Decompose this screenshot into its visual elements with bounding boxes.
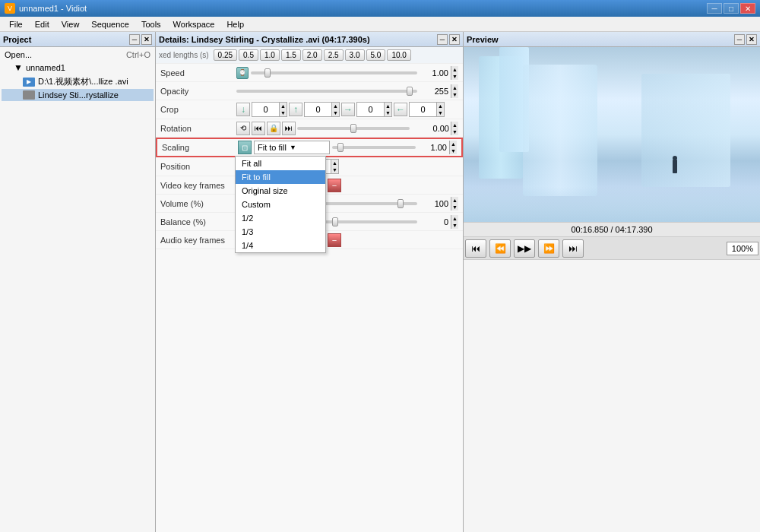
zoom-level: 100% (727, 242, 758, 255)
crop-left-spin[interactable]: ▲▼ (409, 102, 445, 117)
speed-btn-10[interactable]: 1.0 (260, 49, 280, 61)
rotation-down[interactable]: ▼ (451, 128, 458, 135)
crop-down-icon[interactable]: ↓ (236, 103, 250, 116)
opacity-slider[interactable] (236, 90, 417, 93)
scaling-option-half[interactable]: 1/2 (236, 211, 325, 225)
rotation-start-btn[interactable]: ⏮ (252, 122, 265, 135)
preview-panel-minimize[interactable]: ─ (734, 34, 745, 45)
volume-down[interactable]: ▼ (451, 204, 458, 211)
menu-edit[interactable]: Edit (29, 18, 55, 30)
scaling-option-quarter[interactable]: 1/4 (236, 239, 325, 252)
vkf-del[interactable]: − (328, 179, 341, 192)
details-panel-header: Details: Lindsey Stirling - Crystallize … (156, 32, 463, 47)
project-unnamed1[interactable]: ▼ unnamed1 (2, 61, 154, 74)
pos-y-up[interactable]: ▲ (331, 160, 338, 166)
scaling-option-fittofill[interactable]: Fit to fill (236, 170, 325, 184)
speed-btn-50[interactable]: 5.0 (366, 49, 386, 61)
close-button[interactable]: ✕ (740, 3, 755, 14)
rotation-up[interactable]: ▲ (451, 122, 458, 128)
crop-top-spin[interactable]: ▲▼ (252, 102, 287, 117)
speed-btn-20[interactable]: 2.0 (302, 49, 322, 61)
menu-view[interactable]: View (55, 18, 86, 30)
akf-del[interactable]: − (328, 233, 341, 247)
details-panel-close[interactable]: ✕ (449, 34, 460, 45)
rotation-lock-btn[interactable]: 🔒 (267, 122, 280, 135)
crop-bottom-spin[interactable]: ▲▼ (304, 102, 340, 117)
rotation-end-btn[interactable]: ⏭ (282, 122, 296, 135)
crop-top-down[interactable]: ▼ (279, 109, 287, 116)
ctrl-next-frame[interactable]: ⏩ (538, 239, 559, 258)
project-panel-close[interactable]: ✕ (141, 34, 152, 45)
scaling-slider[interactable] (332, 146, 416, 149)
main-content: Project ─ ✕ Open... Ctrl+O ▼ unnamed1 ▶ … (0, 32, 760, 532)
preview-video-area (464, 47, 760, 222)
crop-bottom-input[interactable] (305, 104, 331, 115)
ctrl-go-end[interactable]: ⏭ (562, 239, 584, 258)
crop-top-up[interactable]: ▲ (279, 103, 287, 109)
opacity-up[interactable]: ▲ (451, 84, 458, 91)
crop-right-spin[interactable]: ▲▼ (356, 102, 392, 117)
timestamp-text: 00:16.850 / 04:17.390 (571, 225, 652, 234)
crop-left-icon[interactable]: ← (394, 103, 407, 116)
scaling-option-fitall[interactable]: Fit all (236, 157, 325, 170)
crop-right-input[interactable] (357, 104, 384, 115)
crop-up-icon[interactable]: ↑ (289, 103, 302, 116)
maximize-button[interactable]: □ (724, 3, 739, 14)
project-panel-minimize[interactable]: ─ (129, 34, 140, 45)
rotation-slider[interactable] (297, 127, 410, 130)
details-panel-minimize[interactable]: ─ (437, 34, 448, 45)
video-file-label: D:\1.视频素材\...llize .avi (38, 76, 128, 87)
ctrl-prev-frame[interactable]: ⏪ (489, 239, 511, 258)
scaling-icon[interactable]: ⊡ (238, 141, 252, 154)
scaling-option-originalsize[interactable]: Original size (236, 184, 325, 198)
speed-value: 1.00 (420, 68, 448, 78)
scaling-option-third[interactable]: 1/3 (236, 225, 325, 239)
opacity-down[interactable]: ▼ (451, 91, 458, 98)
crop-right-down[interactable]: ▼ (384, 109, 391, 116)
speed-label: Speed (160, 68, 236, 78)
speed-btn-100[interactable]: 10.0 (387, 49, 410, 61)
speed-btn-025[interactable]: 0.25 (214, 49, 237, 61)
speed-btn-15[interactable]: 1.5 (281, 49, 301, 61)
ctrl-play-pause[interactable]: ▶▶ (514, 239, 535, 258)
scaling-dropdown-trigger[interactable]: Fit to fill ▼ (254, 141, 330, 154)
speed-btn-25[interactable]: 2.5 (324, 49, 344, 61)
crop-left-up[interactable]: ▲ (436, 103, 444, 109)
minimize-button[interactable]: ─ (707, 3, 722, 14)
balance-up[interactable]: ▲ (451, 215, 458, 222)
crop-left-input[interactable] (410, 104, 436, 115)
speed-icon[interactable]: ⌚ (236, 67, 249, 79)
ctrl-go-start[interactable]: ⏮ (465, 239, 486, 258)
speed-down[interactable]: ▼ (451, 73, 458, 80)
opacity-value: 255 (420, 87, 448, 96)
volume-up[interactable]: ▲ (451, 197, 458, 204)
scaling-option-custom[interactable]: Custom (236, 198, 325, 211)
scaling-up[interactable]: ▲ (449, 141, 457, 147)
video-keyframes-label: Video key frames (160, 181, 236, 190)
menu-sequence[interactable]: Sequence (85, 18, 135, 30)
speed-up[interactable]: ▲ (451, 66, 458, 73)
crop-bottom-down[interactable]: ▼ (331, 109, 339, 116)
menu-help[interactable]: Help (220, 18, 250, 30)
crop-top-input[interactable] (252, 104, 279, 115)
menu-file[interactable]: File (3, 18, 29, 30)
pos-y-down[interactable]: ▼ (331, 166, 338, 173)
balance-down[interactable]: ▼ (451, 222, 458, 229)
speed-btn-30[interactable]: 3.0 (345, 49, 365, 61)
crop-left-down[interactable]: ▼ (436, 109, 444, 116)
preview-panel-close[interactable]: ✕ (746, 34, 757, 45)
rotation-prev-icon[interactable]: ⟲ (236, 122, 250, 135)
open-menu-item[interactable]: Open... Ctrl+O (2, 49, 154, 61)
crop-right-up[interactable]: ▲ (384, 103, 391, 109)
speed-slider[interactable] (251, 71, 417, 74)
project-lindsey-file[interactable]: Lindsey Sti...rystallize (2, 89, 154, 101)
menu-workspace[interactable]: Workspace (167, 18, 221, 30)
project-video-file[interactable]: ▶ D:\1.视频素材\...llize .avi (2, 74, 154, 89)
menu-tools[interactable]: Tools (135, 18, 167, 30)
crop-right-icon[interactable]: → (341, 103, 355, 116)
scaling-down[interactable]: ▼ (449, 147, 457, 154)
preview-panel-buttons: ─ ✕ (734, 34, 757, 45)
preview-panel: Preview ─ ✕ (464, 32, 760, 532)
crop-bottom-up[interactable]: ▲ (331, 103, 339, 109)
speed-btn-05[interactable]: 0.5 (239, 49, 258, 61)
